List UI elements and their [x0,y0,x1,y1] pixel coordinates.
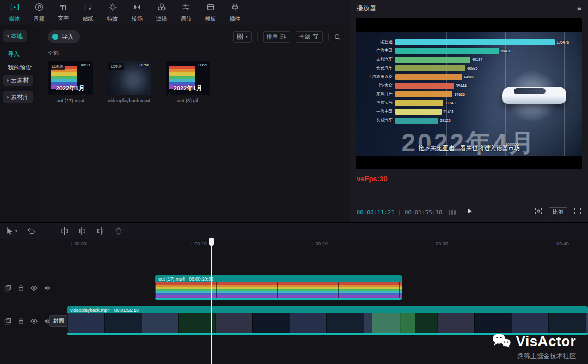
view-mode-button[interactable]: ▾ [233,31,252,43]
delete-button[interactable] [114,227,122,235]
subtitle-text: 接下来比亚迪，看来也将进入德国市场 [356,144,582,152]
added-badge: 已添加 [50,63,65,70]
transition-icon [133,3,142,14]
bar-label: 一汽丰田 [360,109,395,114]
sidebar-section-library[interactable]: ▸ 素材库 [3,91,33,103]
added-badge: 已添加 [108,63,124,70]
bar-label: 一汽-大众 [360,83,395,88]
sidebar-item-presets[interactable]: 我的预设 [3,61,36,75]
media-thumbnail: 已添加 01:56 [107,61,151,95]
timeline-toolbar: ▾ [0,223,588,239]
tab-label: 转场 [132,15,143,23]
video-editor-app: 媒体 音频 TI 文本 贴纸 特效 [0,0,588,364]
bar-value: 44902 [464,75,474,79]
sidebar-item-import[interactable]: 导入 [3,47,36,61]
tab-audio[interactable]: 音频 [27,3,51,23]
sort-icon [280,33,286,41]
clip-filmstrip [67,313,588,333]
speaker-icon[interactable] [44,284,51,294]
eye-icon[interactable] [30,317,38,327]
plugin-icon [231,3,240,14]
brand-name: VisActor [516,333,576,350]
select-tool-button[interactable]: ▾ [5,227,17,235]
media-item[interactable]: 2022年1月 00:21 out (8).gif [166,61,210,103]
chevron-right-icon: ▸ [7,78,9,83]
play-button[interactable] [465,207,473,217]
import-button-label: 导入 [62,33,74,41]
duration-label: 00:21 [198,63,208,67]
overlap-icon[interactable] [4,284,11,294]
tab-sticker[interactable]: 贴纸 [76,3,100,23]
undo-button[interactable] [27,227,35,235]
sidebar-section-local[interactable]: ▾ 本地 [3,30,27,42]
time-ruler[interactable]: |00:00 |00:10 |00:20 |00:30 |00:40 [0,239,588,248]
filter-button-label: 全部 [299,33,310,41]
tab-plugin[interactable]: 插件 [223,3,247,23]
filter-all-button[interactable]: 全部 [296,31,323,43]
timeline-clip-videoplayback[interactable]: videoplayback.mp4 00:01:55:18 [67,306,588,335]
media-grid: 2022年1月 已添加 00:21 out (17).mp4 已添加 01:56 [48,61,341,103]
timeline-clip-out17[interactable]: out (17).mp4 00:00:20:02 [155,275,402,300]
search-button[interactable] [334,34,341,40]
tab-label: 插件 [230,15,241,23]
bar [395,74,462,80]
bar-chart-overlay: 比亚迪105476 广汽丰田68490 吉利汽车49137 长安汽车46935 … [360,38,555,125]
clip-duration: 00:01:55:18 [114,307,139,313]
chevron-down-icon: ▾ [246,34,248,39]
sidebar-section-label: 云素材 [11,76,29,84]
fit-screen-icon[interactable] [535,207,542,217]
duration-label: 01:56 [139,63,149,67]
tab-label: 媒体 [9,15,20,23]
ratio-button[interactable]: 比例 [549,207,567,217]
text-icon: TI [60,4,67,13]
media-item[interactable]: 2022年1月 已添加 00:21 out (17).mp4 [48,61,93,103]
tab-media[interactable]: 媒体 [2,3,27,23]
speed-icon[interactable] [449,210,456,215]
media-item-name: out (8).gif [166,98,210,103]
clip-name: out (17).mp4 [158,276,185,282]
duration-label: 00:21 [81,63,90,67]
sidebar-section-cloud[interactable]: ▸ 云素材 [3,75,33,86]
player-menu-icon[interactable]: ≡ [577,4,581,13]
import-icon [52,34,58,40]
ruler-label: 00:00 [74,241,87,246]
eye-icon[interactable] [30,284,38,294]
bar-label: 长安汽车 [360,65,395,71]
ruler-label: 00:30 [436,241,448,246]
bar [395,57,470,63]
bar [395,91,452,97]
sort-button[interactable]: 排序 [263,31,290,43]
tab-filter[interactable]: 滤镜 [149,3,174,23]
tab-effects[interactable]: 特效 [100,3,125,23]
trim-right-button[interactable] [96,227,105,235]
tab-text[interactable]: TI 文本 [51,4,76,22]
tab-adjust[interactable]: 调节 [174,3,198,23]
playhead-handle[interactable] [209,238,214,246]
media-item-name: videoplayback.mp4 [107,98,151,103]
tab-transition[interactable]: 转场 [125,3,149,23]
chevron-right-icon: ▸ [7,95,9,100]
bar-value: 46935 [467,66,477,70]
sticker-icon [84,3,93,14]
playhead[interactable] [209,238,214,246]
lock-icon[interactable] [17,317,24,327]
video-preview[interactable]: 比亚迪105476 广汽丰田68490 吉利汽车49137 长安汽车46935 … [356,18,582,169]
wechat-icon [492,332,511,350]
player-controls: 00:00:11:21 | 00:01:55:18 比例 [350,202,588,222]
track1-controls [4,284,51,294]
cover-button[interactable]: 封面 [49,315,69,327]
lock-icon[interactable] [17,284,24,294]
split-button[interactable] [60,227,69,235]
bar-value: 105476 [556,40,569,44]
trim-left-button[interactable] [78,227,87,235]
bar-label: 比亚迪 [360,39,395,45]
bar-value: 68490 [500,49,511,53]
media-item[interactable]: 已添加 01:56 videoplayback.mp4 [107,61,151,103]
audio-icon [35,3,44,14]
bar-value: 29125 [440,119,450,122]
fullscreen-icon[interactable] [574,207,581,217]
import-button[interactable]: 导入 [48,30,80,43]
overlap-icon[interactable] [4,317,11,327]
tab-template[interactable]: 模板 [198,3,223,23]
total-timecode: 00:01:55:18 [405,209,443,215]
